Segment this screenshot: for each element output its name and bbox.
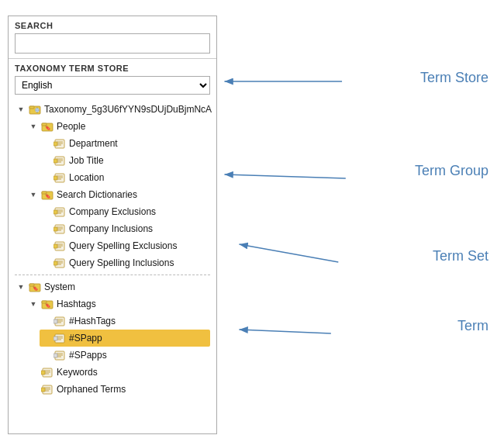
expand-icon-queryspellexcl[interactable]	[41, 241, 50, 250]
tree-item-root[interactable]: Taxonomy_5g3U6fYYN9sDUjDuBjmNcA 🔖 People…	[15, 101, 210, 271]
expand-icon-hashtagsterm[interactable]	[41, 316, 50, 326]
icon-termgroup-people: 🔖	[41, 120, 54, 133]
tree-item-dept[interactable]: Department	[40, 135, 210, 152]
tree-item-row-hashtagsterm[interactable]: #HashTags	[40, 313, 210, 330]
expand-icon-compincl[interactable]	[41, 224, 50, 233]
item-label-compincl: Company Inclusions	[69, 221, 153, 237]
icon-termset-dept	[54, 137, 66, 150]
subtree-root: 🔖 People Department Job Title Location 🔖…	[15, 118, 210, 271]
expand-icon-system[interactable]	[16, 282, 26, 292]
tree-item-row-spapps[interactable]: #SPapps	[40, 347, 210, 364]
expand-icon-dept[interactable]	[41, 139, 50, 148]
right-area: Term Store Term Group Term Set Term	[217, 16, 496, 434]
tree-item-people[interactable]: 🔖 People Department Job Title Location	[27, 118, 210, 186]
tree-item-row-spapp[interactable]: #SPapp	[40, 330, 210, 347]
icon-termstore-root	[29, 103, 41, 116]
tree-item-hashtags[interactable]: 🔖 Hashtags #HashTags #SPapp #SPapps	[27, 295, 210, 364]
tree-item-compincl[interactable]: Company Inclusions	[40, 220, 210, 237]
tree-item-row-searchdicts[interactable]: 🔖 Search Dictionaries	[27, 186, 210, 203]
svg-rect-61	[54, 337, 57, 340]
tree-item-row-root[interactable]: Taxonomy_5g3U6fYYN9sDUjDuBjmNcA	[15, 101, 210, 118]
tree-item-row-queryspellincl[interactable]: Query Spelling Inclusions	[40, 254, 210, 271]
tree-item-row-compexcl[interactable]: Company Exclusions	[40, 203, 210, 220]
item-label-spapps: #SPapps	[69, 347, 107, 363]
svg-rect-56	[54, 319, 57, 323]
icon-termset-keywords	[41, 366, 54, 378]
language-select-wrap: English	[15, 76, 210, 95]
tree-item-row-hashtags[interactable]: 🔖 Hashtags	[27, 295, 210, 313]
svg-rect-22	[54, 176, 57, 180]
tree-item-queryspellincl[interactable]: Query Spelling Inclusions	[40, 254, 210, 271]
tree-item-row-keywords[interactable]: Keywords	[27, 364, 210, 381]
svg-rect-12	[54, 142, 57, 146]
tree-item-row-queryspellexcl[interactable]: Query Spelling Exclusions	[40, 237, 210, 254]
expand-icon-root[interactable]	[16, 105, 26, 114]
expand-icon-queryspellincl[interactable]	[41, 258, 50, 268]
icon-term-spapps	[54, 349, 66, 361]
subtree-searchdicts: Company Exclusions Company Inclusions Qu…	[27, 203, 210, 271]
tree-item-row-jobtitle[interactable]: Job Title	[40, 152, 210, 169]
tree-item-keywords[interactable]: Keywords	[27, 364, 210, 381]
expand-icon-searchdicts[interactable]	[29, 190, 38, 199]
tree-separator	[15, 275, 210, 275]
icon-termset-compincl	[54, 223, 66, 235]
expand-icon-people[interactable]	[29, 122, 38, 131]
item-label-location: Location	[69, 170, 104, 185]
tree-item-row-system[interactable]: 🔖 System	[15, 278, 210, 295]
term-annotation: Term	[457, 318, 488, 334]
expand-icon-spapps[interactable]	[41, 350, 50, 360]
expand-icon-jobtitle[interactable]	[41, 156, 50, 165]
language-select[interactable]: English	[15, 76, 210, 95]
tree-item-jobtitle[interactable]: Job Title	[40, 152, 210, 169]
item-label-searchdicts: Search Dictionaries	[57, 187, 137, 202]
svg-rect-71	[41, 371, 45, 375]
item-label-people: People	[57, 119, 85, 134]
tree-item-row-location[interactable]: Location	[40, 169, 210, 186]
item-label-queryspellexcl: Query Spelling Exclusions	[69, 238, 177, 254]
term-store-annotation: Term Store	[420, 70, 488, 86]
item-label-queryspellincl: Query Spelling Inclusions	[69, 255, 174, 271]
subtree-hashtags: #HashTags #SPapp #SPapps	[27, 313, 210, 364]
icon-termgroup-hashtags: 🔖	[41, 298, 54, 310]
icon-termset-orphaned	[41, 383, 54, 395]
icon-termset-compexcl	[54, 205, 66, 218]
icon-term-spapp	[54, 332, 66, 344]
expand-icon-spapp[interactable]	[41, 333, 50, 343]
search-section: SEARCH	[9, 16, 216, 59]
tree-item-row-orphaned[interactable]: Orphaned Terms	[27, 381, 210, 398]
svg-rect-45	[54, 261, 57, 265]
tree-item-location[interactable]: Location	[40, 169, 210, 186]
taxonomy-tree: Taxonomy_5g3U6fYYN9sDUjDuBjmNcA 🔖 People…	[15, 101, 210, 398]
item-label-hashtags: Hashtags	[57, 296, 96, 312]
icon-termset-queryspellexcl	[54, 240, 66, 252]
tree-item-searchdicts[interactable]: 🔖 Search Dictionaries Company Exclusions…	[27, 186, 210, 271]
term-group-annotation: Term Group	[415, 163, 488, 179]
svg-rect-17	[54, 159, 57, 163]
tree-item-spapp[interactable]: #SPapp	[40, 330, 210, 347]
item-label-jobtitle: Job Title	[69, 153, 104, 168]
tree-item-row-people[interactable]: 🔖 People	[27, 118, 210, 135]
tree-item-spapps[interactable]: #SPapps	[40, 347, 210, 364]
item-label-compexcl: Company Exclusions	[69, 204, 156, 219]
item-label-keywords: Keywords	[57, 364, 98, 380]
tree-item-hashtagsterm[interactable]: #HashTags	[40, 313, 210, 330]
tree-item-row-compincl[interactable]: Company Inclusions	[40, 220, 210, 237]
expand-icon-keywords[interactable]	[29, 368, 38, 377]
expand-icon-hashtags[interactable]	[29, 299, 38, 309]
search-input[interactable]	[15, 33, 210, 54]
svg-text:🔖: 🔖	[45, 193, 51, 199]
svg-rect-30	[54, 210, 57, 214]
tree-item-system[interactable]: 🔖 System 🔖 Hashtags #HashTags #SPapp #SP…	[15, 278, 210, 398]
expand-icon-location[interactable]	[41, 173, 50, 182]
left-panel: SEARCH TAXONOMY TERM STORE English Taxon…	[8, 16, 217, 434]
tree-item-orphaned[interactable]: Orphaned Terms	[27, 381, 210, 398]
tree-item-queryspellexcl[interactable]: Query Spelling Exclusions	[40, 237, 210, 254]
expand-icon-compexcl[interactable]	[41, 207, 50, 216]
item-label-spapp: #SPapp	[69, 330, 102, 346]
tree-item-compexcl[interactable]: Company Exclusions	[40, 203, 210, 220]
item-label-root: Taxonomy_5g3U6fYYN9sDUjDuBjmNcA	[44, 102, 212, 117]
icon-termset-location	[54, 171, 66, 184]
tree-item-row-dept[interactable]: Department	[40, 135, 210, 152]
expand-icon-orphaned[interactable]	[29, 385, 38, 394]
svg-rect-40	[54, 244, 57, 248]
